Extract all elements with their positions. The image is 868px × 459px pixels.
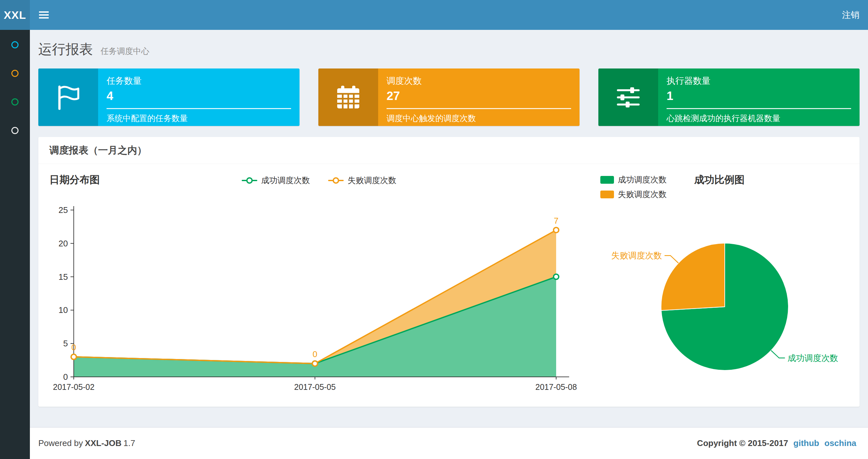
powered-by: Powered byXXL-JOB1.7 <box>38 438 135 448</box>
sidebar-item-1[interactable] <box>0 31 30 59</box>
info-box-label: 执行器数量 <box>666 75 851 87</box>
swatch-icon <box>600 191 614 198</box>
line-marker-icon <box>242 180 257 181</box>
x-category-label: 2017-05-08 <box>535 383 577 392</box>
pie-label-text: 失败调度次数 <box>611 251 662 260</box>
info-box-label: 调度次数 <box>386 75 571 87</box>
info-box-content: 执行器数量 1 心跳检测成功的执行器机器数量 <box>658 68 860 126</box>
circle-icon <box>11 98 19 105</box>
main-footer: Powered byXXL-JOB1.7 Copyright © 2015-20… <box>30 427 868 459</box>
info-box-executors: 执行器数量 1 心跳检测成功的执行器机器数量 <box>598 68 860 126</box>
info-box-value: 1 <box>666 89 851 103</box>
pie-label-line <box>664 256 679 263</box>
copyright-text: Copyright © 2015-2017 <box>697 438 788 448</box>
logout-link[interactable]: 注销 <box>834 0 868 30</box>
pie-chart-title: 成功比例图 <box>694 173 745 187</box>
sidebar <box>0 30 30 459</box>
x-category-label: 2017-05-05 <box>294 383 336 392</box>
info-box-desc: 系统中配置的任务数量 <box>106 113 291 124</box>
app-name: XXL-JOB <box>85 438 122 448</box>
circle-icon <box>11 70 19 77</box>
legend-label: 失败调度次数 <box>618 189 666 200</box>
report-panel: 调度报表（一月之内） 日期分布图 成功调度次数 失败调度次数 <box>38 137 860 407</box>
y-tick-label: 20 <box>59 238 68 248</box>
info-box-triggers: 调度次数 27 调度中心触发的调度次数 <box>318 68 580 126</box>
app-logo[interactable]: XXL <box>0 0 30 30</box>
legend-item-success[interactable]: 成功调度次数 <box>242 175 310 186</box>
date-distribution-chart: 日期分布图 成功调度次数 失败调度次数 0510152 <box>50 173 589 397</box>
sidebar-toggle-button[interactable] <box>30 0 58 30</box>
info-box-desc: 调度中心触发的调度次数 <box>386 113 571 124</box>
point-label: 0 <box>312 349 317 359</box>
hamburger-icon <box>39 10 49 20</box>
sliders-icon <box>598 68 658 126</box>
legend-label: 成功调度次数 <box>618 174 666 185</box>
circle-icon <box>11 127 19 134</box>
info-box-value: 27 <box>386 89 571 103</box>
legend-item-fail[interactable]: 失败调度次数 <box>328 175 396 186</box>
powered-by-prefix: Powered by <box>38 438 83 448</box>
info-box-content: 任务数量 4 系统中配置的任务数量 <box>98 68 300 126</box>
marker-series-0 <box>554 274 559 280</box>
marker-series-1 <box>554 228 559 233</box>
y-tick-label: 5 <box>63 338 68 348</box>
marker-series-1 <box>312 361 318 366</box>
point-label: 0 <box>71 342 76 352</box>
app-version: 1.7 <box>123 438 135 448</box>
panel-body: 日期分布图 成功调度次数 失败调度次数 0510152 <box>38 164 860 407</box>
y-tick-label: 15 <box>59 272 68 282</box>
line-chart-legend: 成功调度次数 失败调度次数 <box>50 175 589 186</box>
sidebar-item-4[interactable] <box>0 116 30 145</box>
legend-label: 成功调度次数 <box>261 175 310 186</box>
sidebar-item-3[interactable] <box>0 88 30 116</box>
info-box-jobs: 任务数量 4 系统中配置的任务数量 <box>38 68 300 126</box>
navbar: 注销 <box>30 0 868 30</box>
sidebar-item-2[interactable] <box>0 59 30 88</box>
calendar-icon <box>318 68 378 126</box>
pie-label-text: 成功调度次数 <box>787 353 838 363</box>
pie-slice-1 <box>661 243 725 310</box>
point-label: 7 <box>554 216 558 226</box>
content-area: 运行报表 任务调度中心 任务数量 4 系统中配置的任务数量 <box>30 30 868 427</box>
success-ratio-plot: 成功调度次数失败调度次数 <box>589 173 845 381</box>
pie-label-line <box>771 351 785 358</box>
y-tick-label: 25 <box>59 205 68 215</box>
legend-item-success[interactable]: 成功调度次数 <box>600 174 666 185</box>
legend-label: 失败调度次数 <box>348 175 396 186</box>
pie-chart-legend: 成功调度次数 失败调度次数 <box>600 174 666 203</box>
progress-bar <box>386 108 571 109</box>
info-box-content: 调度次数 27 调度中心触发的调度次数 <box>378 68 580 126</box>
circle-icon <box>11 41 19 48</box>
github-link[interactable]: github <box>793 438 819 448</box>
top-navbar: XXL 注销 <box>0 0 868 30</box>
panel-title: 调度报表（一月之内） <box>38 137 860 164</box>
page-title: 运行报表 任务调度中心 <box>38 42 860 58</box>
progress-bar <box>106 108 291 109</box>
oschina-link[interactable]: oschina <box>825 438 856 448</box>
line-marker-icon <box>328 180 344 181</box>
page-subtitle: 任务调度中心 <box>101 46 149 56</box>
x-category-label: 2017-05-02 <box>53 383 95 392</box>
success-ratio-chart: 成功调度次数 失败调度次数 成功比例图 成功调度次数失败调度次数 <box>589 173 850 397</box>
info-box-label: 任务数量 <box>106 75 291 87</box>
info-box-row: 任务数量 4 系统中配置的任务数量 <box>38 68 860 126</box>
y-tick-label: 10 <box>59 305 68 315</box>
marker-series-1 <box>71 354 76 359</box>
line-chart-head: 日期分布图 成功调度次数 失败调度次数 <box>50 173 589 196</box>
page-title-text: 运行报表 <box>38 41 93 57</box>
date-distribution-plot: 05101520252017-05-022017-05-052017-05-08… <box>50 196 589 397</box>
info-box-value: 4 <box>106 89 291 103</box>
swatch-icon <box>600 176 614 184</box>
info-box-desc: 心跳检测成功的执行器机器数量 <box>666 113 851 124</box>
content-header: 运行报表 任务调度中心 <box>38 42 860 58</box>
flag-icon <box>38 68 98 126</box>
legend-item-fail[interactable]: 失败调度次数 <box>600 189 666 200</box>
y-tick-label: 0 <box>63 372 68 382</box>
app-wrapper: XXL 注销 运行报表 任务调度中心 <box>0 0 868 459</box>
progress-bar <box>666 108 851 109</box>
footer-right: Copyright © 2015-2017 github oschina <box>697 438 856 448</box>
